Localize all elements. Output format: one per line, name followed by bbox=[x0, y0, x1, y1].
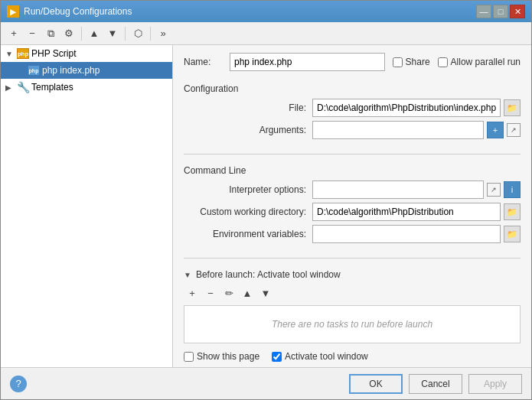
restore-button[interactable]: ⬡ bbox=[129, 25, 146, 42]
env-vars-input-group: 📁 bbox=[312, 225, 521, 243]
interpreter-expand-button[interactable]: ↗ bbox=[487, 183, 501, 197]
section-divider-1 bbox=[184, 154, 521, 154]
tree-group-php-script-label: PHP Script bbox=[31, 48, 76, 59]
config-toolbar: + − ⧉ ⚙ ▲ ▼ ⬡ » bbox=[1, 22, 531, 45]
arguments-input-group: + ↗ bbox=[312, 121, 521, 139]
tree-group-templates[interactable]: ▶ 🔧 Templates bbox=[1, 79, 172, 96]
command-line-section: Command Line Interpreter options: ↗ i Cu… bbox=[184, 165, 521, 247]
interpreter-row: Interpreter options: ↗ i bbox=[184, 180, 521, 199]
no-tasks-text: There are no tasks to run before launch bbox=[272, 319, 432, 330]
before-launch-edit-button[interactable]: ✏ bbox=[220, 285, 237, 301]
arguments-label: Arguments: bbox=[184, 125, 306, 135]
maximize-button[interactable]: □ bbox=[493, 5, 508, 18]
before-launch-area: There are no tasks to run before launch bbox=[184, 305, 521, 343]
toolbar-separator-2 bbox=[125, 27, 126, 41]
show-page-label: Show this page bbox=[197, 351, 259, 362]
interpreter-label: Interpreter options: bbox=[184, 184, 306, 195]
more-button[interactable]: » bbox=[155, 25, 171, 42]
section-divider-2 bbox=[184, 258, 521, 259]
arguments-input[interactable] bbox=[312, 121, 484, 139]
before-launch-down-button[interactable]: ▼ bbox=[257, 285, 274, 301]
share-label: Share bbox=[406, 57, 430, 67]
name-label: Name: bbox=[184, 57, 222, 67]
php-file-icon: php bbox=[28, 64, 40, 76]
footer-left: ? bbox=[10, 376, 27, 392]
tree-chevron-templates: ▶ bbox=[5, 83, 15, 92]
window-icon: ▶ bbox=[7, 5, 19, 18]
cancel-button[interactable]: Cancel bbox=[409, 374, 462, 394]
show-page-checkbox[interactable] bbox=[184, 352, 194, 362]
before-launch-section: ▼ Before launch: Activate tool window + … bbox=[184, 269, 521, 343]
name-input[interactable] bbox=[230, 53, 385, 71]
env-vars-browse-button[interactable]: 📁 bbox=[504, 226, 521, 242]
main-content: ▼ php PHP Script php php index.php ▶ 🔧 T… bbox=[1, 45, 531, 367]
add-config-button[interactable]: + bbox=[5, 25, 22, 42]
configuration-section: Configuration File: 📁 Arguments: + ↗ bbox=[184, 83, 521, 143]
arguments-row: Arguments: + ↗ bbox=[184, 121, 521, 139]
arguments-expand-button[interactable]: ↗ bbox=[507, 123, 521, 137]
arguments-add-button[interactable]: + bbox=[487, 122, 504, 138]
title-bar-controls: — □ ✕ bbox=[476, 5, 525, 18]
before-launch-add-button[interactable]: + bbox=[184, 285, 201, 301]
toolbar-separator-1 bbox=[81, 27, 82, 41]
file-label: File: bbox=[184, 102, 306, 113]
file-input-group: 📁 bbox=[312, 99, 521, 117]
window-title: Run/Debug Configurations bbox=[24, 6, 132, 17]
before-launch-toolbar: + − ✏ ▲ ▼ bbox=[184, 285, 521, 301]
title-bar: ▶ Run/Debug Configurations — □ ✕ bbox=[1, 1, 531, 22]
configuration-title: Configuration bbox=[184, 83, 521, 94]
tree-item-php-index[interactable]: php php index.php bbox=[1, 62, 172, 79]
working-dir-row: Custom working directory: 📁 bbox=[184, 203, 521, 221]
share-checkbox[interactable] bbox=[393, 57, 403, 67]
before-launch-header: ▼ Before launch: Activate tool window bbox=[184, 269, 521, 280]
apply-button[interactable]: Apply bbox=[468, 374, 522, 394]
interpreter-input-group: ↗ i bbox=[312, 180, 521, 199]
file-input[interactable] bbox=[312, 99, 501, 117]
close-button[interactable]: ✕ bbox=[510, 5, 525, 18]
parallel-checkbox-label[interactable]: Allow parallel run bbox=[438, 57, 521, 67]
working-dir-browse-button[interactable]: 📁 bbox=[504, 203, 521, 220]
parallel-label: Allow parallel run bbox=[451, 57, 521, 67]
bottom-options: Show this page Activate tool window bbox=[184, 351, 521, 362]
env-vars-input[interactable] bbox=[312, 225, 501, 243]
before-launch-chevron[interactable]: ▼ bbox=[184, 271, 191, 279]
move-up-button[interactable]: ▲ bbox=[86, 25, 103, 42]
footer-right: OK Cancel Apply bbox=[349, 374, 522, 394]
copy-config-button[interactable]: ⧉ bbox=[42, 25, 59, 42]
left-panel: ▼ php PHP Script php php index.php ▶ 🔧 T… bbox=[1, 45, 173, 367]
minimize-button[interactable]: — bbox=[476, 5, 491, 18]
share-checkbox-label[interactable]: Share bbox=[393, 57, 430, 67]
php-script-group-icon: php bbox=[17, 47, 29, 60]
toolbar-separator-3 bbox=[150, 27, 151, 41]
command-line-title: Command Line bbox=[184, 165, 521, 176]
parallel-checkbox[interactable] bbox=[438, 57, 448, 67]
interpreter-info-button[interactable]: i bbox=[504, 181, 521, 198]
remove-config-button[interactable]: − bbox=[24, 25, 41, 42]
interpreter-input[interactable] bbox=[312, 180, 484, 199]
run-debug-window: ▶ Run/Debug Configurations — □ ✕ + − ⧉ ⚙… bbox=[0, 0, 532, 400]
file-browse-button[interactable]: 📁 bbox=[504, 99, 521, 116]
before-launch-up-button[interactable]: ▲ bbox=[239, 285, 256, 301]
before-launch-title: Before launch: Activate tool window bbox=[196, 269, 341, 280]
file-row: File: 📁 bbox=[184, 99, 521, 117]
settings-config-button[interactable]: ⚙ bbox=[60, 25, 77, 42]
ok-button[interactable]: OK bbox=[349, 374, 403, 394]
move-down-button[interactable]: ▼ bbox=[104, 25, 121, 42]
show-page-checkbox-label[interactable]: Show this page bbox=[184, 351, 259, 362]
before-launch-remove-button[interactable]: − bbox=[202, 285, 219, 301]
right-panel: Name: Share Allow parallel run Configura… bbox=[173, 45, 531, 367]
activate-tool-checkbox[interactable] bbox=[272, 352, 282, 362]
working-dir-input[interactable] bbox=[312, 203, 501, 221]
env-vars-label: Environment variables: bbox=[184, 229, 306, 239]
env-vars-row: Environment variables: 📁 bbox=[184, 225, 521, 243]
tree-group-templates-label: Templates bbox=[31, 82, 73, 93]
tree-group-php-script[interactable]: ▼ php PHP Script bbox=[1, 45, 172, 62]
activate-tool-label: Activate tool window bbox=[285, 351, 368, 362]
title-bar-left: ▶ Run/Debug Configurations bbox=[7, 5, 132, 18]
activate-tool-checkbox-label[interactable]: Activate tool window bbox=[272, 351, 368, 362]
help-button[interactable]: ? bbox=[10, 376, 27, 392]
working-dir-label: Custom working directory: bbox=[184, 207, 306, 217]
working-dir-input-group: 📁 bbox=[312, 203, 521, 221]
tree-chevron-php-script: ▼ bbox=[5, 50, 15, 58]
footer: ? OK Cancel Apply bbox=[1, 367, 531, 399]
